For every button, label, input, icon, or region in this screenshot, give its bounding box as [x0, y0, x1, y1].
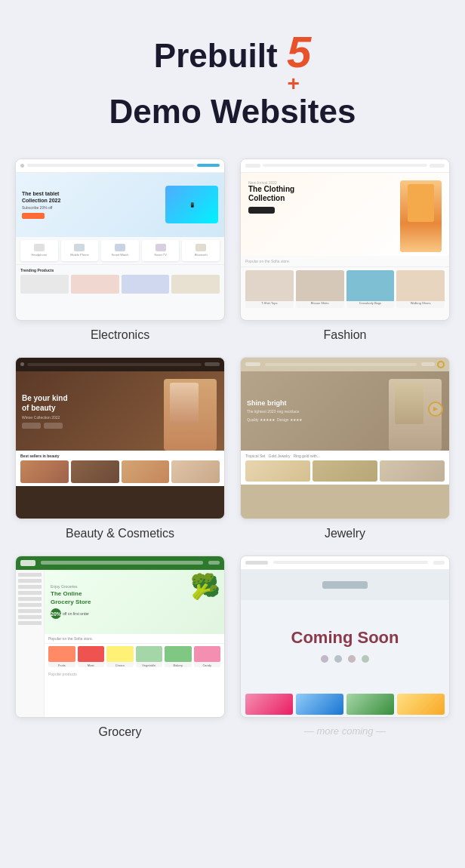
jewelry-preview[interactable]: Shine bright The lightest 2023 ring neck…: [240, 357, 450, 519]
dot-4[interactable]: [362, 655, 369, 663]
grocery-cat-fruits[interactable]: Fruits: [48, 646, 75, 667]
fashion-hero-text: New Arrival 2022 The ClothingCollection: [248, 180, 394, 214]
fashion-product-4[interactable]: Walking Shoes: [396, 270, 445, 308]
chevron-right-icon: ▶: [433, 405, 438, 412]
beauty-model-body: [170, 383, 199, 424]
fashion-hero-btn[interactable]: [248, 207, 275, 214]
elec-hero-btn[interactable]: [22, 213, 45, 219]
cat-img: [194, 646, 221, 662]
jewelry-nav-icon: [421, 362, 435, 366]
grocery-layout: Enjoy Groceries The OnlineGrocery Store …: [16, 570, 224, 718]
elec-product-headphones[interactable]: Headphone: [20, 240, 58, 261]
coming-soon-preview[interactable]: Coming Soon: [240, 556, 450, 718]
cs-product-2[interactable]: [296, 694, 343, 715]
jewelry-product-2[interactable]: [313, 460, 377, 482]
demo-card-grocery[interactable]: Enjoy Groceries The OnlineGrocery Store …: [15, 556, 225, 739]
trend-item[interactable]: [122, 275, 170, 294]
five-plus-badge: 5+: [287, 30, 311, 93]
grocery-cat-bakery[interactable]: Bakery: [165, 646, 192, 667]
fashion-product-2[interactable]: Blouse Shirts: [296, 270, 344, 308]
elec-trending-section: Trending Products: [16, 265, 224, 297]
prod-name: Walking Shoes: [411, 301, 431, 305]
grocery-cat-meat[interactable]: Meat: [78, 646, 105, 667]
fashion-popular-text: Popular on the Sofia store.: [241, 256, 449, 267]
beauty-label: Beauty & Cosmetics: [66, 527, 174, 540]
cat-img: [48, 646, 75, 662]
grocery-tag: Enjoy Groceries: [51, 584, 91, 589]
demo-card-beauty[interactable]: Be your kindof beauty Winter Collection …: [15, 357, 225, 540]
sidebar-item-1[interactable]: [18, 573, 42, 577]
grocery-popular-text: Popular on the Sofia store.: [45, 634, 224, 644]
jewelry-product-3[interactable]: [380, 460, 445, 482]
dot-1[interactable]: [321, 655, 328, 663]
prod-img: [296, 270, 344, 301]
grocery-search[interactable]: [41, 561, 203, 565]
grocery-cat-cream[interactable]: Cream: [106, 646, 134, 667]
beauty-hero-text: Be your kindof beauty Winter Collection …: [22, 393, 68, 429]
beauty-seller-4[interactable]: [171, 460, 220, 483]
fashion-preview[interactable]: New Arrival 2022 The ClothingCollection …: [240, 159, 450, 321]
grocery-cat-vegetables[interactable]: Vegetable: [136, 646, 163, 667]
product-icon: [196, 244, 206, 251]
sidebar-item-9[interactable]: [18, 621, 42, 625]
product-icon: [156, 244, 166, 251]
demo-card-fashion[interactable]: New Arrival 2022 The ClothingCollection …: [240, 159, 450, 342]
dot-3[interactable]: [348, 655, 356, 663]
sidebar-item-5[interactable]: [18, 597, 42, 601]
cs-product-3[interactable]: [346, 694, 394, 715]
cs-product-4[interactable]: [397, 694, 445, 715]
grocery-preview[interactable]: Enjoy Groceries The OnlineGrocery Store …: [15, 556, 225, 718]
jewelry-nav-btn[interactable]: ▶: [428, 402, 443, 417]
elec-product-speaker[interactable]: Smart TV: [142, 240, 180, 261]
product-name: Headphone: [31, 253, 47, 257]
prod-img: [245, 270, 294, 301]
demo-card-jewelry[interactable]: Shine bright The lightest 2023 ring neck…: [240, 357, 450, 540]
trend-item[interactable]: [71, 275, 119, 294]
fashion-product-3[interactable]: Crossbody Bags: [346, 270, 395, 308]
grocery-navbar: [16, 556, 224, 570]
grocery-main-content: Enjoy Groceries The OnlineGrocery Store …: [45, 570, 224, 718]
tab-gold[interactable]: Gold Jewelry: [269, 454, 291, 458]
elec-product-phone[interactable]: Mobile Phone: [61, 240, 99, 261]
nav-icons: [205, 362, 220, 366]
sidebar-item-2[interactable]: [18, 579, 42, 583]
sidebar-item-8[interactable]: [18, 615, 42, 619]
trend-item[interactable]: [171, 275, 220, 294]
electronics-label: Electronics: [91, 328, 149, 342]
cs-products: [241, 691, 449, 718]
beauty-seller-1[interactable]: [20, 460, 69, 483]
product-name: Smart TV: [154, 253, 167, 257]
plus-symbol: +: [287, 74, 299, 93]
elec-product-tv[interactable]: Bluetooth: [182, 240, 220, 261]
sidebar-item-6[interactable]: [18, 603, 42, 607]
cs-banner-bar: [322, 581, 368, 589]
dot-2[interactable]: [334, 655, 342, 663]
tab-ring[interactable]: Ring gold with...: [293, 454, 320, 458]
demo-card-coming-soon[interactable]: Coming Soon — more coming —: [240, 556, 450, 739]
jewelry-product-1[interactable]: [245, 460, 310, 482]
elec-product-tablet[interactable]: Smart Watch: [101, 240, 139, 261]
discount-badge: 20%: [51, 608, 61, 619]
fashion-nav-icons: [430, 164, 445, 168]
beauty-preview[interactable]: Be your kindof beauty Winter Collection …: [15, 357, 225, 519]
sidebar-item-3[interactable]: [18, 585, 42, 589]
beauty-seller-2[interactable]: [71, 460, 119, 483]
cat-img: [106, 646, 134, 662]
beauty-seller-3[interactable]: [122, 460, 170, 483]
fashion-product-1[interactable]: T-Shirt Tops: [245, 270, 294, 308]
sidebar-item-4[interactable]: [18, 591, 42, 595]
fashion-navbar: [241, 159, 449, 173]
tab-tropical[interactable]: Tropical Set: [245, 454, 266, 458]
sidebar-item-7[interactable]: [18, 609, 42, 613]
trend-item[interactable]: [20, 275, 69, 294]
grocery-cat-candy[interactable]: Candy: [194, 646, 221, 667]
grocery-veggie-emoji: 🥦: [190, 572, 220, 601]
fashion-model-img: [400, 180, 442, 252]
demo-card-electronics[interactable]: The best tabletCollection 2022 Subscribe…: [15, 159, 225, 342]
cs-product-1[interactable]: [245, 694, 293, 715]
electronics-preview[interactable]: The best tabletCollection 2022 Subscribe…: [15, 159, 225, 321]
cs-nav-icons: [433, 561, 445, 565]
elec-navbar: [16, 159, 224, 173]
jewelry-circle-btn[interactable]: [437, 361, 445, 368]
jewelry-products: [245, 460, 445, 482]
